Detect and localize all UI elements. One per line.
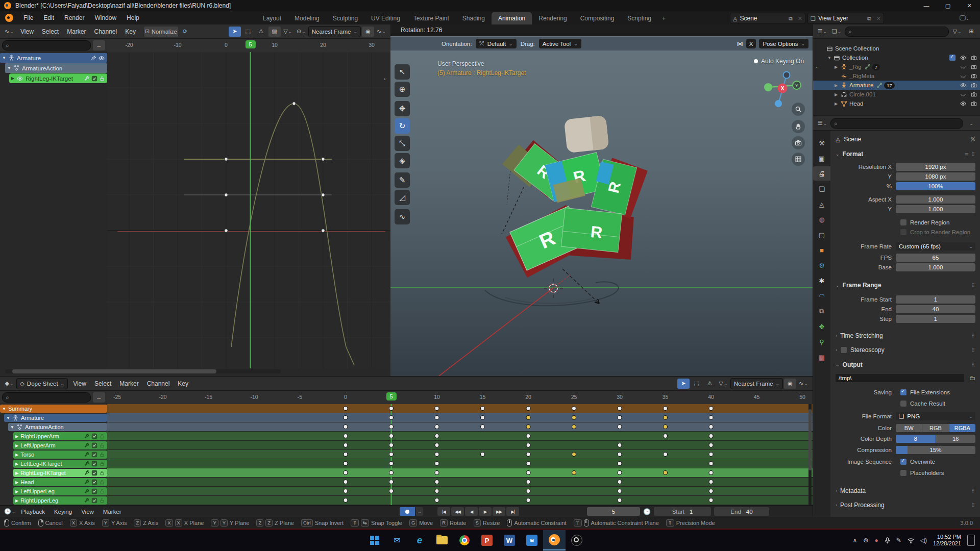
frame-step-field[interactable]: 1: [896, 315, 975, 323]
folder-browse-icon[interactable]: 🗀: [969, 374, 975, 382]
dope-menu-select[interactable]: Select: [90, 379, 115, 389]
overwrite-row[interactable]: Overwrite: [900, 457, 935, 466]
disclosure-icon[interactable]: ▼: [827, 56, 834, 60]
color-rgba[interactable]: RGBA: [949, 424, 975, 432]
tweak-select-icon[interactable]: ➤: [229, 27, 241, 37]
disclosure-icon[interactable]: ▶: [15, 480, 18, 485]
fps-field[interactable]: 65: [896, 254, 975, 262]
editor-type-dopesheet-icon[interactable]: ◆⌄: [3, 379, 15, 389]
view-layer-remove-icon[interactable]: ✕: [874, 15, 884, 22]
timeline-editor-icon[interactable]: 🕒⌄: [3, 507, 16, 517]
character-head[interactable]: [564, 115, 609, 153]
clock[interactable]: 10:52 PM 12/28/2021: [933, 534, 961, 547]
properties-editor-icon[interactable]: ☰⌄: [816, 118, 828, 129]
format-panel-header[interactable]: ⌄Format≣ ⠿: [830, 149, 980, 159]
mirror-icon[interactable]: ⋈: [737, 40, 743, 47]
expand-collapse-icon[interactable]: ↔: [93, 392, 105, 403]
properties-tab-output[interactable]: 🖨: [813, 166, 830, 181]
channel-option-icon[interactable]: [98, 55, 105, 61]
lock-icon[interactable]: [99, 470, 105, 476]
file-extensions-checkbox[interactable]: [900, 389, 907, 396]
graph-channel-armature[interactable]: ▼Armature: [0, 53, 107, 63]
tool-tweak-select[interactable]: ↖: [395, 64, 410, 80]
modifier-icon[interactable]: [84, 433, 90, 439]
aspect-x-field[interactable]: 1.000: [896, 195, 975, 204]
blender-menu-icon[interactable]: [5, 14, 13, 22]
gizmo-y-neg[interactable]: [764, 83, 772, 91]
crop-region-row[interactable]: Crop to Render Region: [900, 228, 970, 237]
disclosure-icon[interactable]: ▶: [835, 102, 841, 106]
taskbar-start-icon[interactable]: [363, 530, 386, 550]
tab-shading[interactable]: Shading: [456, 12, 492, 24]
tray-network-icon[interactable]: [908, 538, 914, 543]
viewport-3d[interactable]: Rotation: 12.76: [390, 24, 813, 376]
properties-tab-world[interactable]: ◍: [813, 212, 830, 227]
aspect-y-field[interactable]: 1.000: [896, 205, 975, 213]
hide-eye-icon[interactable]: [960, 55, 967, 61]
tray-pen-icon[interactable]: ✎: [896, 537, 901, 544]
outliner-row-collection[interactable]: ▼Collection: [813, 53, 980, 62]
modifier-icon[interactable]: [84, 497, 90, 504]
modifier-icon[interactable]: [84, 470, 90, 476]
editor-type-fcurve-icon[interactable]: ∿⌄: [3, 27, 15, 37]
disclosure-icon[interactable]: ▶: [835, 92, 841, 97]
taskbar-chrome-icon[interactable]: [453, 530, 476, 550]
depth-16[interactable]: 16: [936, 435, 976, 443]
lock-icon[interactable]: [99, 497, 105, 504]
lock-icon[interactable]: [99, 452, 105, 458]
lock-icon[interactable]: [99, 442, 105, 448]
timeline-menu-playback[interactable]: Playback: [16, 507, 50, 516]
output-panel-header[interactable]: ⌄Output⠿: [830, 360, 980, 370]
use-preview-range-icon[interactable]: 🕒: [643, 508, 651, 515]
collection-checkbox[interactable]: [949, 54, 956, 61]
menu-file[interactable]: File: [18, 12, 38, 23]
disclosure-icon[interactable]: ▶: [835, 65, 841, 69]
mute-checkbox[interactable]: [91, 470, 97, 476]
tool-move[interactable]: ✥: [395, 101, 410, 116]
timeline-menu-marker[interactable]: Marker: [99, 507, 126, 516]
dope-current-frame-badge[interactable]: 5: [386, 392, 396, 400]
outliner-row--rigmeta[interactable]: _RigMeta: [813, 71, 980, 81]
file-format-dropdown[interactable]: ❏PNG⌄: [896, 412, 975, 420]
post-processing-panel-header[interactable]: ›Post Processing⠿: [830, 500, 980, 510]
hide-eye-icon[interactable]: [960, 91, 967, 97]
graph-menu-marker[interactable]: Marker: [63, 27, 90, 37]
taskbar-word-icon[interactable]: W: [498, 530, 521, 550]
channel-option-icon[interactable]: [84, 76, 90, 82]
mute-checkbox[interactable]: [91, 452, 97, 458]
mute-checkbox[interactable]: [91, 433, 97, 439]
stereoscopy-checkbox[interactable]: [840, 346, 847, 354]
search-input[interactable]: ⌕: [2, 40, 91, 51]
graph-menu-select[interactable]: Select: [38, 27, 63, 37]
dope-channel-leftupperarm[interactable]: ▶LeftUpperArm: [13, 441, 107, 449]
add-workspace-button[interactable]: +: [658, 12, 670, 24]
keying-dropdown[interactable]: ⌄: [416, 507, 423, 516]
modifier-icon[interactable]: [84, 479, 90, 485]
outliner-row-scene-collection[interactable]: Scene Collection: [813, 44, 980, 53]
hide-eye-icon[interactable]: [960, 101, 967, 107]
minimize-button[interactable]: —: [916, 0, 937, 11]
frame-end-field[interactable]: End40: [714, 507, 769, 516]
properties-search-input[interactable]: ⌕: [830, 118, 963, 129]
notification-center-icon[interactable]: [967, 535, 975, 546]
menu-window[interactable]: Window: [89, 12, 121, 23]
taskbar-blender-icon[interactable]: [543, 530, 566, 550]
render-region-checkbox[interactable]: [900, 219, 907, 226]
dope-channel-rightupperarm[interactable]: ▶RightUpperArm: [13, 432, 107, 440]
graph-hscrollbar[interactable]: [5, 369, 281, 373]
jump-to-end-button[interactable]: ▶|: [506, 507, 519, 516]
tab-modeling[interactable]: Modeling: [288, 12, 326, 24]
scene-copy-icon[interactable]: ⧉: [786, 15, 795, 22]
properties-options-icon[interactable]: ⌄: [965, 118, 977, 129]
outliner-row-circle-001[interactable]: ▶Circle.001: [813, 90, 980, 99]
disclosure-icon[interactable]: ▶: [835, 83, 841, 88]
dope-vscrollbar[interactable]: [808, 404, 812, 505]
disclosure-icon[interactable]: ▶: [15, 443, 18, 448]
view-layer-copy-icon[interactable]: ⧉: [865, 15, 874, 22]
tab-rendering[interactable]: Rendering: [532, 12, 573, 24]
zoom-icon[interactable]: [792, 103, 805, 116]
dope-channel-armatureaction[interactable]: ▼ArmatureAction: [8, 423, 107, 431]
dope-ruler[interactable]: -25-20-15-10-501015202530354045505: [107, 391, 813, 405]
menu-edit[interactable]: Edit: [38, 12, 59, 23]
breadcrumb-scene[interactable]: Scene: [844, 136, 861, 143]
